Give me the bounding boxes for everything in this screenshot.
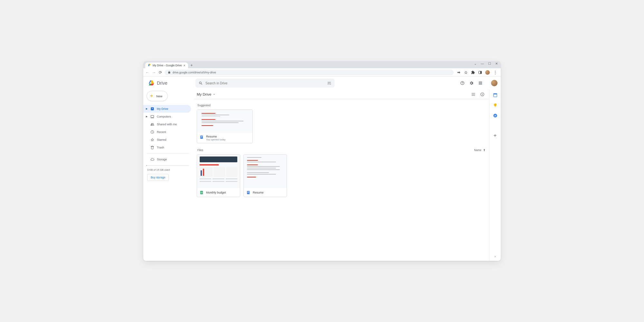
breadcrumb[interactable]: My Drive — [197, 92, 216, 96]
extensions-icon[interactable] — [471, 71, 475, 74]
file-subtitle: You opened today — [206, 138, 225, 141]
search-options-icon[interactable] — [327, 81, 331, 85]
arrow-up-icon — [483, 148, 486, 152]
lock-icon — [168, 71, 171, 74]
sidebar-item-label: Starred — [157, 138, 166, 141]
expand-caret-icon[interactable]: ▶ — [145, 115, 148, 118]
search-input[interactable] — [205, 81, 325, 85]
sidebar-item-storage[interactable]: Storage — [143, 156, 191, 163]
app-header: Drive — [143, 77, 501, 90]
svg-rect-25 — [493, 93, 497, 94]
drive-logo-icon — [148, 80, 155, 87]
collapse-panel-icon[interactable]: › — [495, 255, 496, 258]
storage-usage-text: 3 KB of 15 GB used — [147, 168, 194, 171]
sidebar-item-my-drive[interactable]: ▶ My Drive — [143, 105, 191, 113]
suggested-label: Suggested — [197, 104, 487, 107]
content: Suggested — [194, 99, 489, 261]
sidebar-item-label: Trash — [157, 146, 164, 149]
new-button[interactable]: + New — [147, 91, 168, 101]
tasks-icon[interactable] — [493, 113, 497, 118]
breadcrumb-label: My Drive — [197, 92, 211, 96]
maximize-icon[interactable]: ☐ — [488, 62, 491, 65]
shared-icon — [150, 122, 154, 126]
list-view-icon[interactable] — [471, 92, 476, 97]
sidebar-item-label: Computers — [157, 115, 171, 118]
sidebar-item-label: Shared with me — [157, 123, 177, 126]
file-title: Resume — [253, 191, 264, 194]
sort-button[interactable]: Name — [474, 148, 486, 152]
svg-rect-23 — [248, 193, 249, 193]
toolbar: My Drive — [194, 90, 489, 99]
right-side-panel: + › — [489, 90, 501, 261]
tab-bar: My Drive - Google Drive × + ⌄ — ☐ ✕ — [143, 61, 501, 68]
calendar-icon[interactable] — [493, 93, 497, 97]
recent-icon — [150, 130, 154, 134]
sidebar-item-shared[interactable]: Shared with me — [143, 120, 191, 128]
docs-file-icon — [246, 191, 250, 194]
file-thumbnail — [244, 155, 287, 188]
sidebar-item-label: My Drive — [157, 107, 168, 110]
settings-gear-icon[interactable] — [469, 81, 474, 85]
forward-icon[interactable]: → — [152, 70, 156, 75]
back-icon[interactable]: ← — [145, 70, 150, 75]
minimize-icon[interactable]: — — [481, 62, 484, 65]
files-label: Files — [197, 148, 203, 152]
address-bar: ← → ⟳ drive.google.com/drive/u/0/my-driv… — [143, 68, 501, 77]
tab-title: My Drive - Google Drive — [153, 64, 182, 67]
logo-text: Drive — [157, 80, 167, 86]
bookmark-star-icon[interactable] — [464, 71, 468, 74]
plus-icon: + — [150, 93, 153, 99]
sidebar-item-starred[interactable]: Starred — [143, 136, 191, 144]
url-field[interactable]: drive.google.com/drive/u/0/my-drive — [165, 70, 454, 75]
file-title: Monthly budget — [206, 191, 226, 194]
computers-icon — [150, 115, 154, 118]
search-icon — [199, 81, 203, 85]
suggested-card[interactable]: Resume You opened today — [197, 109, 253, 143]
trash-icon — [150, 146, 154, 149]
drive-favicon-icon — [148, 63, 151, 67]
apps-grid-icon[interactable] — [478, 81, 483, 85]
file-card[interactable]: Resume — [243, 154, 287, 197]
drive-logo[interactable]: Drive — [148, 80, 193, 87]
browser-window: My Drive - Google Drive × + ⌄ — ☐ ✕ ← → … — [143, 61, 501, 261]
kebab-menu-icon[interactable]: ⋮ — [493, 70, 497, 75]
window-control-icon[interactable]: ⌄ — [474, 62, 477, 65]
file-thumbnail — [197, 110, 252, 133]
address-bar-actions: ⋮ — [456, 70, 499, 75]
file-card[interactable]: Monthly budget — [197, 154, 240, 197]
browser-tab[interactable]: My Drive - Google Drive × — [145, 62, 188, 68]
sidebar-item-trash[interactable]: Trash — [143, 144, 191, 151]
profile-avatar-icon[interactable] — [485, 70, 490, 75]
close-window-icon[interactable]: ✕ — [495, 62, 498, 65]
files-header: Files Name — [197, 148, 486, 152]
close-tab-icon[interactable]: × — [184, 64, 185, 67]
search-box[interactable] — [195, 79, 335, 88]
account-avatar[interactable] — [491, 80, 497, 86]
keep-icon[interactable] — [493, 103, 497, 108]
file-title: Resume — [206, 135, 225, 138]
suggested-row: Resume You opened today — [197, 109, 487, 143]
files-row: Monthly budget — [197, 154, 487, 197]
help-icon[interactable] — [460, 81, 465, 85]
svg-rect-13 — [201, 136, 203, 137]
sidebar-item-computers[interactable]: ▶ Computers — [143, 113, 191, 120]
chevron-down-icon — [213, 93, 216, 96]
star-icon — [150, 138, 154, 142]
reload-icon[interactable]: ⟳ — [158, 70, 163, 75]
drive-nav-icon — [150, 107, 154, 111]
sidebar-item-label: Storage — [157, 158, 167, 161]
sidebar-item-recent[interactable]: Recent — [143, 128, 191, 136]
svg-rect-22 — [248, 192, 249, 193]
share-icon[interactable] — [457, 71, 461, 74]
svg-rect-14 — [201, 137, 203, 137]
main-area: My Drive Suggested — [194, 90, 489, 261]
add-addon-icon[interactable]: + — [494, 133, 497, 138]
buy-storage-button[interactable]: Buy storage — [147, 174, 169, 181]
info-icon[interactable] — [480, 92, 485, 97]
sidepanel-icon[interactable] — [478, 71, 482, 74]
url-text: drive.google.com/drive/u/0/my-drive — [173, 71, 216, 74]
file-thumbnail — [197, 155, 240, 188]
expand-caret-icon[interactable]: ▶ — [145, 108, 148, 110]
new-tab-button[interactable]: + — [191, 63, 193, 68]
cloud-icon — [150, 157, 154, 161]
